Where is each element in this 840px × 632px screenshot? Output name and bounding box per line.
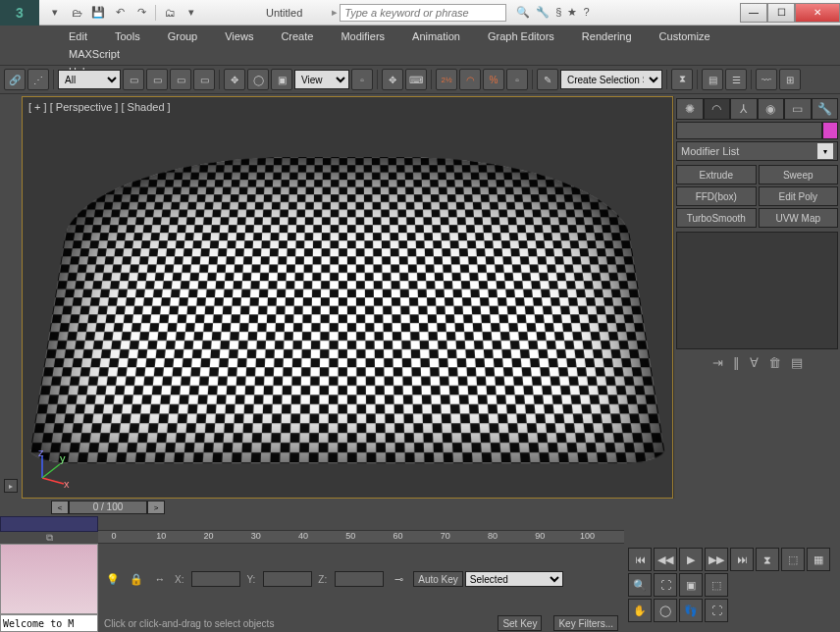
zoom-extents-icon[interactable]: ▣ xyxy=(679,573,703,597)
menu-animation[interactable]: Animation xyxy=(398,27,474,45)
show-end-result-icon[interactable]: ‖ xyxy=(733,355,740,370)
undo-icon[interactable]: ↶ xyxy=(110,3,130,23)
open-file-icon[interactable]: 🗁 xyxy=(67,3,86,23)
menu-views[interactable]: Views xyxy=(211,27,267,45)
listener-input[interactable]: Welcome to M xyxy=(0,614,98,632)
move-icon[interactable]: ✥ xyxy=(224,69,245,90)
walkthrough-icon[interactable]: 👣 xyxy=(679,599,703,622)
menu-group[interactable]: Group xyxy=(154,27,212,45)
rotate-icon[interactable]: ◯ xyxy=(247,69,269,90)
viewport-config-button[interactable]: ▸ xyxy=(4,479,18,493)
set-key-big-icon[interactable]: ⊸ xyxy=(390,570,407,588)
prev-frame-icon[interactable]: ◀◀ xyxy=(654,548,677,571)
menu-create[interactable]: Create xyxy=(267,27,327,45)
window-crossing-icon[interactable]: ▭ xyxy=(193,69,215,90)
mini-curve-toggle[interactable]: ⧉ xyxy=(0,532,98,544)
mod-editpoly-button[interactable]: Edit Poly xyxy=(759,186,839,206)
mod-uvwmap-button[interactable]: UVW Map xyxy=(759,208,839,228)
maximize-viewport-icon[interactable]: ⛶ xyxy=(705,599,728,622)
named-selection-combo[interactable]: Create Selection Se xyxy=(560,70,662,89)
modifier-list-combo[interactable]: Modifier List ▾ xyxy=(676,141,838,161)
select-object-icon[interactable]: ▭ xyxy=(123,69,144,90)
menu-customize[interactable]: Customize xyxy=(646,27,724,45)
app-icon[interactable]: 3 xyxy=(0,0,39,26)
modifier-stack[interactable] xyxy=(676,232,838,349)
pin-stack-icon[interactable]: ⇥ xyxy=(712,355,723,370)
pan-icon[interactable]: ✋ xyxy=(628,599,652,622)
selection-lock-icon[interactable]: 🔒 xyxy=(128,570,145,588)
tab-utilities[interactable]: 🔧 xyxy=(812,98,839,120)
key-icon[interactable]: 🔧 xyxy=(536,6,550,19)
auto-key-button[interactable]: Auto Key xyxy=(413,571,463,587)
mod-sweep-button[interactable]: Sweep xyxy=(759,165,839,184)
frame-next-button[interactable]: > xyxy=(147,500,165,514)
minimize-button[interactable]: — xyxy=(740,3,767,23)
help-icon[interactable]: ? xyxy=(583,6,589,19)
maximize-button[interactable]: ☐ xyxy=(767,3,795,23)
lock-toggle-icon[interactable]: 💡 xyxy=(104,570,122,588)
unlink-icon[interactable]: ⋰ xyxy=(27,69,49,90)
search-input[interactable] xyxy=(340,4,506,22)
percent-snap-icon[interactable]: % xyxy=(483,69,504,90)
close-button[interactable]: ✕ xyxy=(795,3,840,23)
spinner-snap-icon[interactable]: ▫ xyxy=(506,69,528,90)
schematic-icon[interactable]: ⊞ xyxy=(779,69,801,90)
scale-icon[interactable]: ▣ xyxy=(271,69,292,90)
ref-coord-combo[interactable]: View xyxy=(294,70,349,89)
save-file-icon[interactable]: 💾 xyxy=(88,3,108,23)
grid-icon[interactable]: ▦ xyxy=(807,548,830,571)
coord-z-field[interactable] xyxy=(335,571,384,587)
modifier-list-dropdown-icon[interactable]: ▾ xyxy=(817,143,833,159)
project-icon[interactable]: 🗂 xyxy=(160,3,180,23)
curve-editor-icon[interactable]: 〰 xyxy=(756,69,777,90)
pivot-icon[interactable]: ▫ xyxy=(351,69,373,90)
orbit-icon[interactable]: ◯ xyxy=(654,599,677,622)
layers-icon[interactable]: ☰ xyxy=(725,69,747,90)
tab-hierarchy[interactable]: ⅄ xyxy=(730,98,758,120)
menu-rendering[interactable]: Rendering xyxy=(568,27,646,45)
time-config-icon[interactable]: ⧗ xyxy=(756,548,779,571)
time-slider-handle[interactable] xyxy=(12,500,51,514)
zoom-icon[interactable]: 🔍 xyxy=(628,573,652,597)
remove-modifier-icon[interactable]: 🗑 xyxy=(768,355,781,370)
new-file-icon[interactable]: ▾ xyxy=(45,3,65,23)
link-icon[interactable]: 🔗 xyxy=(4,69,26,90)
select-region-icon[interactable]: ▭ xyxy=(170,69,191,90)
mod-ffdbox-button[interactable]: FFD(box) xyxy=(676,186,757,206)
angle-snap-icon[interactable]: ◠ xyxy=(459,69,481,90)
keyboard-shortcut-icon[interactable]: ⌨ xyxy=(405,69,427,90)
snap-toggle-icon[interactable]: 2½ xyxy=(436,69,457,90)
goto-start-icon[interactable]: ⏮ xyxy=(628,548,652,571)
tab-motion[interactable]: ◉ xyxy=(758,98,785,120)
edit-named-sel-icon[interactable]: ✎ xyxy=(537,69,558,90)
isolate-icon[interactable]: ⬚ xyxy=(781,548,805,571)
frame-prev-button[interactable]: < xyxy=(51,500,69,514)
menu-tools[interactable]: Tools xyxy=(101,27,154,45)
menu-maxscript[interactable]: MAXScript xyxy=(55,45,133,63)
zoom-region-icon[interactable]: ⬚ xyxy=(705,573,728,597)
binoculars-icon[interactable]: 🔍 xyxy=(516,6,530,19)
goto-end-icon[interactable]: ⏭ xyxy=(730,548,754,571)
key-filters-button[interactable]: Key Filters... xyxy=(553,615,618,631)
coord-y-field[interactable] xyxy=(263,571,312,587)
align-icon[interactable]: ▤ xyxy=(702,69,723,90)
key-filter-combo[interactable]: Selected xyxy=(465,571,563,587)
zoom-all-icon[interactable]: ⛶ xyxy=(654,573,677,597)
menu-edit[interactable]: Edit xyxy=(55,27,101,45)
object-name-field[interactable] xyxy=(676,122,822,139)
make-unique-icon[interactable]: ∀ xyxy=(750,355,759,370)
manipulate-icon[interactable]: ✥ xyxy=(382,69,403,90)
coord-x-field[interactable] xyxy=(191,571,240,587)
play-icon[interactable]: ▶ xyxy=(679,548,703,571)
track-view-button[interactable] xyxy=(0,516,98,532)
tab-modify[interactable]: ◠ xyxy=(704,98,731,120)
configure-sets-icon[interactable]: ▤ xyxy=(791,355,803,370)
subscription-icon[interactable]: § xyxy=(555,6,561,19)
time-ruler[interactable]: 0 10 20 30 40 50 60 70 80 90 100 xyxy=(98,530,624,544)
next-frame-icon[interactable]: ▶▶ xyxy=(705,548,728,571)
menu-modifiers[interactable]: Modifiers xyxy=(327,27,398,45)
menu-graph-editors[interactable]: Graph Editors xyxy=(474,27,568,45)
mod-turbosmooth-button[interactable]: TurboSmooth xyxy=(676,208,757,228)
qat-dropdown-icon[interactable]: ▾ xyxy=(182,3,201,23)
abs-rel-icon[interactable]: ↔ xyxy=(151,570,169,588)
